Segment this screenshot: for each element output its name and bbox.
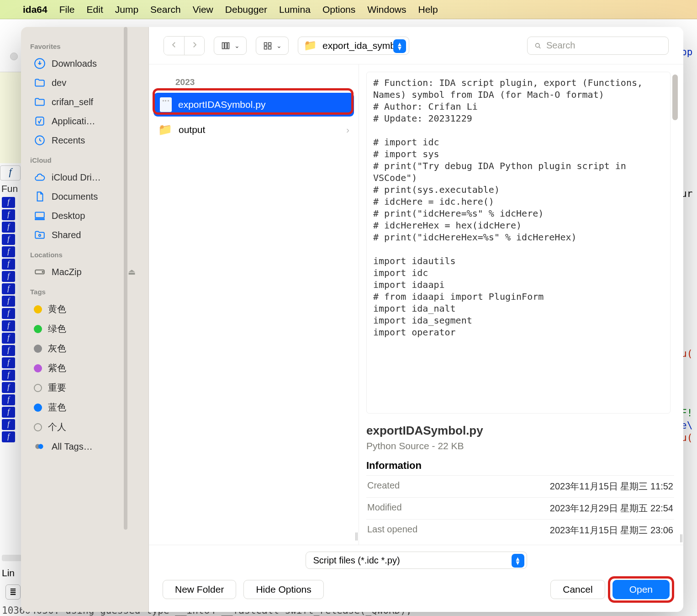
tag-dot-icon	[34, 404, 42, 412]
function-row[interactable]: f	[2, 370, 15, 381]
function-row[interactable]: f	[2, 345, 15, 356]
file-type-select[interactable]: Script files (*.idc *.py) ▲▼	[306, 552, 527, 569]
sidebar-item-label: Recents	[52, 135, 85, 146]
function-row[interactable]: f	[2, 333, 15, 344]
sidebar-item-label: Shared	[52, 230, 81, 240]
preview-filetype: Python Source - 22 KB	[366, 441, 674, 451]
menu-view[interactable]: View	[193, 4, 213, 15]
bg-right-fragment: ur	[681, 188, 697, 199]
group-by-button[interactable]: ⌄	[256, 37, 289, 55]
function-row[interactable]: f	[2, 234, 15, 245]
preview-meta: exportIDASymbol.py Python Source - 22 KB…	[359, 414, 683, 545]
disk-icon	[34, 266, 46, 278]
chevron-right-icon: ›	[346, 124, 349, 135]
tag-dot-icon	[34, 345, 42, 353]
function-row[interactable]: f	[2, 296, 15, 307]
svg-rect-16	[269, 46, 271, 49]
menu-options[interactable]: Options	[322, 4, 355, 15]
search-input[interactable]	[546, 40, 662, 51]
traffic-close-icon[interactable]	[10, 53, 18, 60]
file-row[interactable]: 📁 output ›	[149, 118, 359, 141]
file-name: exportIDASymbol.py	[178, 99, 265, 110]
meta-key: Modified	[367, 502, 402, 515]
menu-lumina[interactable]: Lumina	[279, 4, 311, 15]
menu-windows[interactable]: Windows	[367, 4, 406, 15]
function-row[interactable]: f	[2, 394, 15, 405]
meta-val: 2023年11月15日 星期三 11:52	[550, 480, 673, 493]
sidebar-item-label: Documents	[52, 191, 98, 202]
functions-tab-icon[interactable]: f	[0, 165, 21, 181]
menu-debugger[interactable]: Debugger	[225, 4, 267, 15]
nav-back-forward	[164, 36, 205, 55]
sidebar-scrollbar[interactable]	[124, 27, 127, 530]
path-popup[interactable]: 📁 export_ida_symbol ▲▼	[298, 37, 409, 55]
shared-folder-icon	[34, 229, 46, 241]
svg-rect-4	[35, 219, 44, 220]
function-row[interactable]: f	[2, 320, 15, 331]
column-resize-handle[interactable]: ∥	[679, 533, 682, 543]
meta-row-created: Created 2023年11月15日 星期三 11:52	[366, 475, 674, 497]
file-type-label: Script files (*.idc *.py)	[313, 555, 400, 566]
function-row[interactable]: f	[2, 283, 15, 294]
function-row[interactable]: f	[2, 382, 15, 393]
function-row[interactable]: f	[2, 431, 15, 442]
sidebar-item-label: 重要	[48, 382, 66, 394]
preview-content: # Function: IDA script plugin, export (F…	[366, 72, 671, 414]
sidebar-item-label: Applicati…	[52, 116, 95, 127]
bg-progress	[2, 555, 22, 561]
hide-options-button[interactable]: Hide Options	[243, 580, 323, 599]
menu-help[interactable]: Help	[418, 4, 438, 15]
column-resize-handle[interactable]: ∥	[354, 531, 358, 541]
file-group-header: 2023	[149, 73, 359, 93]
output-toggle-icon[interactable]: ≣	[5, 584, 21, 600]
nav-back-button[interactable]	[164, 37, 184, 55]
path-updown-icon: ▲▼	[393, 39, 406, 53]
cancel-button[interactable]: Cancel	[550, 580, 605, 599]
bg-right-fragment: u(	[681, 432, 697, 443]
open-button[interactable]: Open	[613, 580, 670, 599]
function-row[interactable]: f	[2, 246, 15, 257]
menu-edit[interactable]: Edit	[87, 4, 103, 15]
sidebar-item-label: 紫色	[48, 362, 66, 374]
search-field[interactable]	[527, 37, 669, 55]
svg-rect-14	[269, 42, 271, 45]
new-folder-button[interactable]: New Folder	[163, 580, 236, 599]
menu-search[interactable]: Search	[150, 4, 181, 15]
sidebar-item-label: 黄色	[48, 303, 66, 315]
sidebar-item-label: iCloud Dri…	[52, 172, 101, 183]
svg-rect-12	[227, 42, 229, 48]
tag-dot-icon	[34, 384, 42, 392]
chevron-down-icon: ⌄	[276, 42, 282, 49]
function-row[interactable]: f	[2, 308, 15, 319]
preview-scrollbar[interactable]	[672, 74, 678, 120]
bg-line-label: Lin	[2, 568, 15, 579]
bg-right-fragment: pp	[681, 47, 697, 58]
function-row[interactable]: f	[2, 357, 15, 368]
tag-dot-icon	[34, 364, 42, 372]
file-row-selected[interactable]: exportIDASymbol.py	[153, 93, 354, 117]
menu-jump[interactable]: Jump	[115, 4, 138, 15]
function-row[interactable]: f	[2, 222, 15, 233]
nav-forward-button[interactable]	[184, 37, 204, 55]
preview-info-header: Information	[366, 460, 674, 472]
bg-toolbar-strip	[0, 72, 22, 163]
view-mode-button[interactable]: ⌄	[214, 37, 247, 55]
dialog-sidebar: Favorites Downloads dev crifan_self Appl…	[21, 27, 149, 612]
sidebar-item-label: 蓝色	[48, 401, 66, 414]
file-type-filter-row: Script files (*.idc *.py) ▲▼	[149, 545, 683, 573]
menu-file[interactable]: File	[59, 4, 75, 15]
preview-column: # Function: IDA script plugin, export (F…	[359, 64, 683, 545]
function-row[interactable]: f	[2, 209, 15, 220]
file-icon	[160, 97, 172, 112]
function-row[interactable]: f	[2, 271, 15, 282]
function-row[interactable]: f	[2, 259, 15, 270]
sidebar-item-label: All Tags…	[52, 441, 93, 452]
menu-app-name[interactable]: ida64	[23, 4, 48, 15]
function-row[interactable]: f	[2, 419, 15, 430]
eject-icon[interactable]: ⏏	[128, 267, 136, 277]
function-row[interactable]: f	[2, 407, 15, 418]
function-row[interactable]: f	[2, 197, 15, 208]
sidebar-item-label: 灰色	[48, 342, 66, 355]
meta-val: 2023年12月29日 星期五 22:54	[550, 502, 673, 515]
svg-point-17	[536, 43, 540, 48]
